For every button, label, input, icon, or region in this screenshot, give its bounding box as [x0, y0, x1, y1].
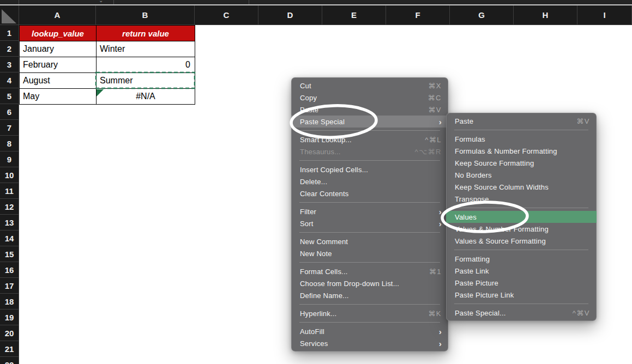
- cell-A1[interactable]: lookup_value: [20, 26, 97, 41]
- menu-item-sort[interactable]: Sort›: [291, 217, 448, 229]
- row-header-17[interactable]: 17: [0, 278, 19, 294]
- submenu-item-transpose[interactable]: Transpose: [446, 193, 597, 205]
- row-header-22[interactable]: 22: [0, 357, 19, 364]
- table-row: May#N/A: [20, 89, 195, 105]
- row-header-12[interactable]: 12: [0, 199, 19, 215]
- menu-item-choose-from-drop-down-list[interactable]: Choose from Drop-down List...: [291, 277, 448, 289]
- menu-item-smart-lookup[interactable]: Smart Lookup...^⌘L: [291, 134, 448, 145]
- column-header-F[interactable]: F: [386, 5, 450, 25]
- menu-item-label: Transpose: [455, 195, 489, 203]
- row-header-3[interactable]: 3: [0, 57, 19, 72]
- column-header-B[interactable]: B: [96, 5, 195, 25]
- column-header-I[interactable]: I: [577, 5, 632, 25]
- menu-item-label: Delete...: [300, 178, 327, 186]
- name-box-arrow-icon[interactable]: ⌄: [99, 0, 103, 3]
- cell-A4[interactable]: August: [20, 73, 97, 89]
- row-header-19[interactable]: 19: [0, 310, 19, 325]
- menu-item-hyperlink[interactable]: Hyperlink...⌘K: [291, 307, 448, 319]
- table-row: February0: [20, 57, 195, 73]
- column-header-A[interactable]: A: [19, 5, 96, 25]
- table-row: AugustSummer: [20, 73, 195, 89]
- cell-A2[interactable]: January: [20, 41, 97, 57]
- menu-item-paste[interactable]: Paste⌘V: [291, 104, 448, 116]
- row-header-18[interactable]: 18: [0, 294, 19, 310]
- menu-item-new-comment[interactable]: New Comment: [291, 235, 448, 247]
- row-header-16[interactable]: 16: [0, 262, 19, 278]
- menu-item-label: Services: [300, 339, 328, 348]
- menu-item-shortcut: ⌘C: [428, 94, 442, 102]
- cell-B3[interactable]: 0: [97, 57, 195, 73]
- row-headers: 12345678910111213141516171819202122: [0, 25, 19, 364]
- menu-item-autofill[interactable]: AutoFill›: [291, 325, 448, 337]
- menu-item-label: Paste Special...: [455, 309, 506, 317]
- menu-item-format-cells[interactable]: Format Cells...⌘1: [291, 265, 448, 277]
- menu-item-filter[interactable]: Filter›: [291, 205, 448, 217]
- submenu-item-formatting[interactable]: Formatting: [446, 253, 597, 265]
- submenu-item-no-borders[interactable]: No Borders: [446, 169, 597, 181]
- row-header-7[interactable]: 7: [0, 120, 19, 136]
- column-header-C[interactable]: C: [195, 5, 258, 25]
- menu-separator: [454, 130, 588, 130]
- menu-item-label: Clear Contents: [300, 190, 349, 198]
- submenu-item-paste-picture[interactable]: Paste Picture: [446, 277, 597, 289]
- submenu-item-paste-special[interactable]: Paste Special...^⌘V: [446, 307, 597, 319]
- submenu-item-values-source-formatting[interactable]: Values & Source Formatting: [446, 235, 597, 247]
- menu-item-paste-special[interactable]: Paste Special›: [291, 116, 448, 128]
- row-header-13[interactable]: 13: [0, 215, 19, 230]
- column-header-E[interactable]: E: [322, 5, 386, 25]
- row-header-1[interactable]: 1: [0, 25, 19, 41]
- column-header-H[interactable]: H: [514, 5, 577, 25]
- menu-item-label: Choose from Drop-down List...: [300, 280, 399, 288]
- menu-item-services[interactable]: Services›: [291, 337, 448, 349]
- submenu-item-formulas[interactable]: Formulas: [446, 133, 597, 145]
- row-header-6[interactable]: 6: [0, 104, 19, 120]
- cell-B2[interactable]: Winter: [97, 41, 195, 57]
- submenu-item-values[interactable]: Values: [446, 211, 597, 223]
- cell-B1[interactable]: return value: [97, 26, 195, 41]
- menu-item-label: No Borders: [455, 171, 492, 179]
- menu-item-define-name[interactable]: Define Name...: [291, 289, 448, 301]
- row-header-4[interactable]: 4: [0, 72, 19, 88]
- menu-item-clear-contents[interactable]: Clear Contents: [291, 187, 448, 199]
- menu-item-label: Formatting: [455, 255, 490, 263]
- menu-item-shortcut: ⌘V: [576, 117, 590, 125]
- column-header-G[interactable]: G: [450, 5, 514, 25]
- row-header-15[interactable]: 15: [0, 246, 19, 262]
- menu-item-delete[interactable]: Delete...: [291, 175, 448, 187]
- menu-item-new-note[interactable]: New Note: [291, 247, 448, 259]
- submenu-chevron-icon: ›: [439, 118, 442, 126]
- submenu-item-values-number-formatting[interactable]: Values & Number Formatting: [446, 223, 597, 235]
- row-header-5[interactable]: 5: [0, 88, 19, 104]
- cell-B4[interactable]: Summer: [97, 73, 195, 89]
- menu-item-cut[interactable]: Cut⌘X: [291, 80, 448, 92]
- menu-item-thesaurus: Thesaurus...^⌥⌘R: [291, 145, 448, 157]
- submenu-item-paste-picture-link[interactable]: Paste Picture Link: [446, 289, 597, 301]
- menu-item-insert-copied-cells[interactable]: Insert Copied Cells...: [291, 163, 448, 175]
- row-header-21[interactable]: 21: [0, 341, 19, 357]
- submenu-item-paste[interactable]: Paste⌘V: [446, 115, 597, 127]
- row-header-9[interactable]: 9: [0, 151, 19, 167]
- submenu-item-paste-link[interactable]: Paste Link: [446, 265, 597, 277]
- menu-item-label: Define Name...: [300, 292, 349, 300]
- row-header-14[interactable]: 14: [0, 230, 19, 246]
- submenu-item-formulas-number-formatting[interactable]: Formulas & Number Formatting: [446, 145, 597, 157]
- submenu-item-keep-source-formatting[interactable]: Keep Source Formatting: [446, 157, 597, 169]
- menu-item-copy[interactable]: Copy⌘C: [291, 92, 448, 104]
- row-header-2[interactable]: 2: [0, 41, 19, 57]
- menu-item-label: Values & Source Formatting: [455, 237, 546, 245]
- row-header-20[interactable]: 20: [0, 325, 19, 341]
- column-header-D[interactable]: D: [258, 5, 322, 25]
- paste-special-submenu: Paste⌘VFormulasFormulas & Number Formatt…: [446, 113, 597, 321]
- menu-separator: [299, 322, 440, 323]
- row-header-8[interactable]: 8: [0, 136, 19, 151]
- menu-item-label: Hyperlink...: [300, 310, 336, 318]
- row-header-10[interactable]: 10: [0, 167, 19, 183]
- cell-B5[interactable]: #N/A: [97, 89, 195, 105]
- menu-separator: [299, 232, 440, 233]
- submenu-item-keep-source-column-widths[interactable]: Keep Source Column Widths: [446, 181, 597, 193]
- row-header-11[interactable]: 11: [0, 183, 19, 199]
- cell-A5[interactable]: May: [20, 89, 97, 105]
- worksheet-table: lookup_valuereturn valueJanuaryWinterFeb…: [19, 25, 195, 105]
- cell-A3[interactable]: February: [20, 57, 97, 73]
- select-all-corner[interactable]: [0, 5, 19, 25]
